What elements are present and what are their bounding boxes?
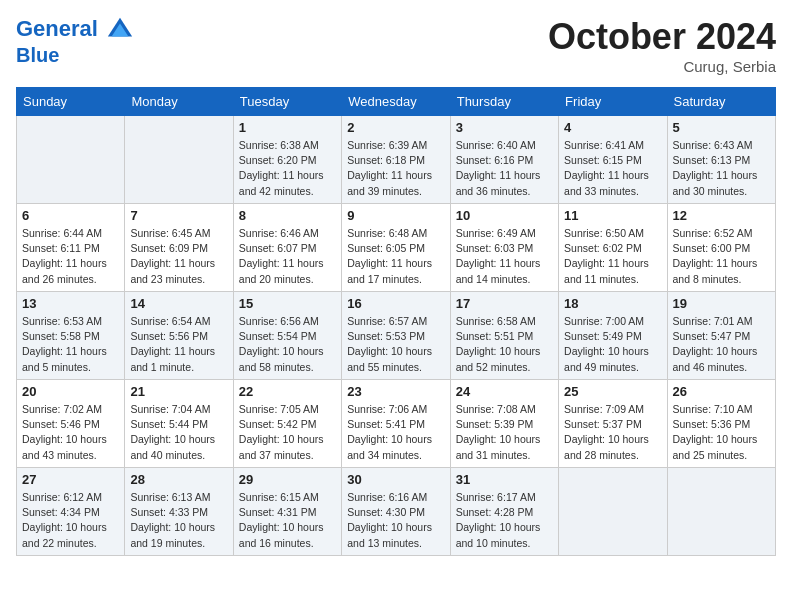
calendar-week-row: 6Sunrise: 6:44 AM Sunset: 6:11 PM Daylig… xyxy=(17,204,776,292)
calendar-week-row: 20Sunrise: 7:02 AM Sunset: 5:46 PM Dayli… xyxy=(17,380,776,468)
calendar-week-row: 13Sunrise: 6:53 AM Sunset: 5:58 PM Dayli… xyxy=(17,292,776,380)
day-info: Sunrise: 6:50 AM Sunset: 6:02 PM Dayligh… xyxy=(564,226,661,287)
day-info: Sunrise: 6:57 AM Sunset: 5:53 PM Dayligh… xyxy=(347,314,444,375)
location: Curug, Serbia xyxy=(548,58,776,75)
day-number: 9 xyxy=(347,208,444,223)
day-number: 18 xyxy=(564,296,661,311)
calendar-cell: 29Sunrise: 6:15 AM Sunset: 4:31 PM Dayli… xyxy=(233,468,341,556)
weekday-header: Saturday xyxy=(667,88,775,116)
day-info: Sunrise: 6:41 AM Sunset: 6:15 PM Dayligh… xyxy=(564,138,661,199)
day-info: Sunrise: 7:02 AM Sunset: 5:46 PM Dayligh… xyxy=(22,402,119,463)
day-number: 28 xyxy=(130,472,227,487)
day-info: Sunrise: 6:52 AM Sunset: 6:00 PM Dayligh… xyxy=(673,226,770,287)
calendar-cell xyxy=(125,116,233,204)
calendar-cell xyxy=(17,116,125,204)
day-info: Sunrise: 7:05 AM Sunset: 5:42 PM Dayligh… xyxy=(239,402,336,463)
day-number: 5 xyxy=(673,120,770,135)
calendar-cell: 8Sunrise: 6:46 AM Sunset: 6:07 PM Daylig… xyxy=(233,204,341,292)
calendar-cell: 2Sunrise: 6:39 AM Sunset: 6:18 PM Daylig… xyxy=(342,116,450,204)
calendar-cell: 7Sunrise: 6:45 AM Sunset: 6:09 PM Daylig… xyxy=(125,204,233,292)
day-number: 21 xyxy=(130,384,227,399)
day-info: Sunrise: 6:17 AM Sunset: 4:28 PM Dayligh… xyxy=(456,490,553,551)
calendar-cell: 26Sunrise: 7:10 AM Sunset: 5:36 PM Dayli… xyxy=(667,380,775,468)
day-info: Sunrise: 7:01 AM Sunset: 5:47 PM Dayligh… xyxy=(673,314,770,375)
calendar-cell: 17Sunrise: 6:58 AM Sunset: 5:51 PM Dayli… xyxy=(450,292,558,380)
day-info: Sunrise: 7:06 AM Sunset: 5:41 PM Dayligh… xyxy=(347,402,444,463)
calendar-cell: 6Sunrise: 6:44 AM Sunset: 6:11 PM Daylig… xyxy=(17,204,125,292)
calendar-cell: 4Sunrise: 6:41 AM Sunset: 6:15 PM Daylig… xyxy=(559,116,667,204)
weekday-header: Wednesday xyxy=(342,88,450,116)
calendar-cell: 21Sunrise: 7:04 AM Sunset: 5:44 PM Dayli… xyxy=(125,380,233,468)
day-number: 17 xyxy=(456,296,553,311)
day-info: Sunrise: 6:53 AM Sunset: 5:58 PM Dayligh… xyxy=(22,314,119,375)
day-number: 22 xyxy=(239,384,336,399)
day-info: Sunrise: 7:00 AM Sunset: 5:49 PM Dayligh… xyxy=(564,314,661,375)
day-number: 11 xyxy=(564,208,661,223)
day-info: Sunrise: 6:56 AM Sunset: 5:54 PM Dayligh… xyxy=(239,314,336,375)
day-number: 29 xyxy=(239,472,336,487)
day-number: 25 xyxy=(564,384,661,399)
logo: General Blue xyxy=(16,16,134,66)
calendar-cell: 5Sunrise: 6:43 AM Sunset: 6:13 PM Daylig… xyxy=(667,116,775,204)
calendar-cell xyxy=(667,468,775,556)
day-info: Sunrise: 6:15 AM Sunset: 4:31 PM Dayligh… xyxy=(239,490,336,551)
day-info: Sunrise: 6:46 AM Sunset: 6:07 PM Dayligh… xyxy=(239,226,336,287)
day-info: Sunrise: 7:09 AM Sunset: 5:37 PM Dayligh… xyxy=(564,402,661,463)
page-header: General Blue October 2024 Curug, Serbia xyxy=(16,16,776,75)
day-info: Sunrise: 6:39 AM Sunset: 6:18 PM Dayligh… xyxy=(347,138,444,199)
calendar-cell: 15Sunrise: 6:56 AM Sunset: 5:54 PM Dayli… xyxy=(233,292,341,380)
day-number: 13 xyxy=(22,296,119,311)
calendar-cell: 24Sunrise: 7:08 AM Sunset: 5:39 PM Dayli… xyxy=(450,380,558,468)
calendar-cell: 10Sunrise: 6:49 AM Sunset: 6:03 PM Dayli… xyxy=(450,204,558,292)
day-number: 8 xyxy=(239,208,336,223)
day-number: 2 xyxy=(347,120,444,135)
day-number: 24 xyxy=(456,384,553,399)
day-number: 19 xyxy=(673,296,770,311)
day-number: 14 xyxy=(130,296,227,311)
calendar-cell: 9Sunrise: 6:48 AM Sunset: 6:05 PM Daylig… xyxy=(342,204,450,292)
day-number: 26 xyxy=(673,384,770,399)
day-number: 10 xyxy=(456,208,553,223)
weekday-header: Monday xyxy=(125,88,233,116)
day-info: Sunrise: 6:12 AM Sunset: 4:34 PM Dayligh… xyxy=(22,490,119,551)
day-info: Sunrise: 6:48 AM Sunset: 6:05 PM Dayligh… xyxy=(347,226,444,287)
day-info: Sunrise: 6:13 AM Sunset: 4:33 PM Dayligh… xyxy=(130,490,227,551)
day-info: Sunrise: 6:54 AM Sunset: 5:56 PM Dayligh… xyxy=(130,314,227,375)
weekday-header: Sunday xyxy=(17,88,125,116)
day-number: 23 xyxy=(347,384,444,399)
calendar-cell: 31Sunrise: 6:17 AM Sunset: 4:28 PM Dayli… xyxy=(450,468,558,556)
calendar-table: SundayMondayTuesdayWednesdayThursdayFrid… xyxy=(16,87,776,556)
day-info: Sunrise: 6:43 AM Sunset: 6:13 PM Dayligh… xyxy=(673,138,770,199)
day-number: 7 xyxy=(130,208,227,223)
calendar-cell: 19Sunrise: 7:01 AM Sunset: 5:47 PM Dayli… xyxy=(667,292,775,380)
calendar-cell: 18Sunrise: 7:00 AM Sunset: 5:49 PM Dayli… xyxy=(559,292,667,380)
calendar-cell: 14Sunrise: 6:54 AM Sunset: 5:56 PM Dayli… xyxy=(125,292,233,380)
calendar-cell: 30Sunrise: 6:16 AM Sunset: 4:30 PM Dayli… xyxy=(342,468,450,556)
calendar-cell: 3Sunrise: 6:40 AM Sunset: 6:16 PM Daylig… xyxy=(450,116,558,204)
day-info: Sunrise: 6:44 AM Sunset: 6:11 PM Dayligh… xyxy=(22,226,119,287)
day-info: Sunrise: 6:45 AM Sunset: 6:09 PM Dayligh… xyxy=(130,226,227,287)
calendar-cell: 13Sunrise: 6:53 AM Sunset: 5:58 PM Dayli… xyxy=(17,292,125,380)
calendar-cell: 11Sunrise: 6:50 AM Sunset: 6:02 PM Dayli… xyxy=(559,204,667,292)
calendar-cell: 28Sunrise: 6:13 AM Sunset: 4:33 PM Dayli… xyxy=(125,468,233,556)
day-info: Sunrise: 6:49 AM Sunset: 6:03 PM Dayligh… xyxy=(456,226,553,287)
logo-blue: Blue xyxy=(16,44,134,66)
day-info: Sunrise: 7:04 AM Sunset: 5:44 PM Dayligh… xyxy=(130,402,227,463)
day-info: Sunrise: 6:38 AM Sunset: 6:20 PM Dayligh… xyxy=(239,138,336,199)
calendar-cell: 25Sunrise: 7:09 AM Sunset: 5:37 PM Dayli… xyxy=(559,380,667,468)
weekday-header: Friday xyxy=(559,88,667,116)
day-number: 1 xyxy=(239,120,336,135)
day-number: 20 xyxy=(22,384,119,399)
calendar-cell: 20Sunrise: 7:02 AM Sunset: 5:46 PM Dayli… xyxy=(17,380,125,468)
weekday-header: Tuesday xyxy=(233,88,341,116)
calendar-week-row: 27Sunrise: 6:12 AM Sunset: 4:34 PM Dayli… xyxy=(17,468,776,556)
day-number: 6 xyxy=(22,208,119,223)
calendar-cell: 12Sunrise: 6:52 AM Sunset: 6:00 PM Dayli… xyxy=(667,204,775,292)
day-number: 31 xyxy=(456,472,553,487)
day-info: Sunrise: 6:40 AM Sunset: 6:16 PM Dayligh… xyxy=(456,138,553,199)
month-title: October 2024 xyxy=(548,16,776,58)
calendar-cell xyxy=(559,468,667,556)
calendar-cell: 23Sunrise: 7:06 AM Sunset: 5:41 PM Dayli… xyxy=(342,380,450,468)
day-number: 16 xyxy=(347,296,444,311)
day-info: Sunrise: 7:08 AM Sunset: 5:39 PM Dayligh… xyxy=(456,402,553,463)
